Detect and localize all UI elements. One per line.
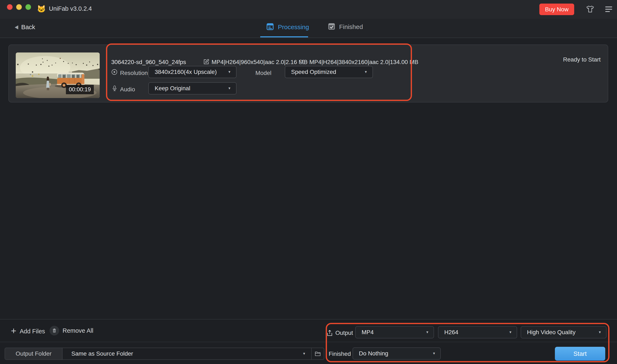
back-chevron-icon: ◀ — [15, 24, 18, 30]
duration-badge: 00:00:19 — [66, 85, 94, 94]
audio-dropdown[interactable]: Keep Original ▼ — [148, 82, 236, 94]
caret-down-icon: ▼ — [228, 70, 231, 74]
remove-all-label: Remove All — [63, 327, 93, 334]
finished-label: Finished — [329, 351, 351, 357]
trash-icon — [50, 326, 59, 336]
caret-down-icon: ▼ — [509, 330, 512, 334]
zoom-window-button[interactable] — [26, 4, 31, 10]
folder-icon — [315, 351, 321, 356]
tab-finished[interactable]: Finished — [328, 23, 363, 31]
caret-down-icon: ▼ — [228, 87, 231, 90]
menu-icon[interactable] — [605, 6, 612, 13]
back-button[interactable]: ◀ Back — [15, 24, 35, 31]
shirt-icon[interactable] — [586, 5, 595, 14]
codec-dropdown[interactable]: H264 ▼ — [438, 326, 517, 338]
caret-down-icon: ▼ — [364, 70, 367, 74]
audio-value: Keep Original — [155, 85, 224, 92]
file-card: 00:00:19 3064220-sd_960_540_24fps MP4|H2… — [8, 44, 608, 103]
title-bar: 🐱 UniFab v3.0.2.4 Buy Now — [0, 0, 617, 19]
codec-value: H264 — [444, 329, 505, 336]
model-label: Model — [255, 70, 271, 77]
buy-now-button[interactable]: Buy Now — [539, 4, 574, 15]
start-label: Start — [573, 350, 587, 357]
unifab-window: 🐱 UniFab v3.0.2.4 Buy Now ◀ Back — [0, 0, 617, 364]
caret-down-icon[interactable]: ▼ — [302, 352, 311, 356]
caret-down-icon: ▼ — [426, 330, 429, 334]
start-button[interactable]: Start — [555, 347, 605, 361]
tab-finished-label: Finished — [339, 23, 363, 30]
resolution-label: Resolution — [120, 70, 148, 77]
footer-divider — [0, 342, 617, 342]
close-window-button[interactable] — [7, 4, 13, 10]
status-text: Ready to Start — [563, 56, 601, 63]
model-value: Speed Optimized — [291, 69, 360, 75]
export-icon — [327, 330, 333, 336]
microphone-icon — [112, 85, 118, 91]
model-dropdown[interactable]: Speed Optimized ▼ — [285, 66, 373, 78]
plus-icon: + — [11, 327, 16, 335]
audio-label: Audio — [120, 86, 135, 93]
remove-all-button[interactable]: Remove All — [50, 326, 93, 336]
add-files-label: Add Files — [20, 328, 45, 335]
play-circle-icon — [111, 69, 117, 75]
video-thumbnail[interactable]: 00:00:19 — [16, 52, 100, 98]
tab-processing-label: Processing — [278, 24, 309, 31]
resolution-dropdown[interactable]: 3840x2160(4x Upscale) ▼ — [148, 66, 236, 78]
caret-down-icon: ▼ — [432, 352, 436, 355]
file-name: 3064220-sd_960_540_24fps — [111, 59, 186, 65]
output-folder-control: Output Folder Same as Source Folder ▼ — [5, 348, 324, 360]
active-tab-underline — [260, 36, 308, 37]
tab-processing[interactable]: Processing — [266, 23, 309, 31]
browse-folder-button[interactable] — [312, 348, 324, 359]
nav-bar: ◀ Back Processing — [0, 19, 617, 38]
back-label: Back — [21, 24, 35, 31]
minimize-window-button[interactable] — [16, 4, 22, 10]
app-title: UniFab v3.0.2.4 — [49, 5, 92, 12]
quality-dropdown[interactable]: High Video Quality ▼ — [521, 326, 606, 338]
output-label: Output — [335, 330, 353, 336]
processing-queue-icon — [266, 23, 274, 31]
finished-action-value: Do Nothing — [359, 350, 429, 357]
resolution-value: 3840x2160(4x Upscale) — [155, 69, 224, 75]
target-media-info: MP4|H264|3840x2160|aac 2.0|134.00 MB — [309, 59, 418, 65]
footer-bar: + Add Files Remove All Output Folder Sam… — [0, 319, 617, 364]
buy-now-label: Buy Now — [545, 6, 568, 13]
output-folder-dropdown[interactable]: Same as Source Folder — [63, 350, 302, 357]
finished-check-icon — [328, 23, 335, 31]
format-value: MP4 — [362, 329, 422, 336]
edit-info-icon[interactable] — [203, 58, 210, 65]
source-media-info: MP4|H264|960x540|aac 2.0|2.16 MB — [212, 59, 308, 65]
output-folder-label: Output Folder — [5, 348, 63, 359]
transform-chevrons-icon — [299, 59, 309, 65]
add-files-button[interactable]: + Add Files — [11, 327, 45, 335]
format-dropdown[interactable]: MP4 ▼ — [355, 326, 434, 338]
quality-value: High Video Quality — [527, 329, 595, 336]
caret-down-icon: ▼ — [598, 330, 602, 334]
app-logo-icon: 🐱 — [37, 5, 46, 13]
finished-action-dropdown[interactable]: Do Nothing ▼ — [353, 347, 441, 360]
